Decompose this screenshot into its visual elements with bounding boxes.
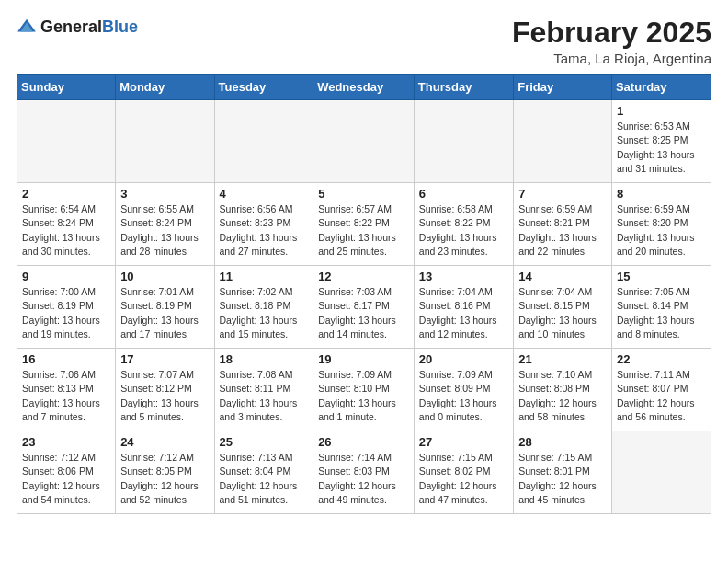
calendar-cell: 11Sunrise: 7:02 AM Sunset: 8:18 PM Dayli… xyxy=(214,266,313,349)
calendar-cell: 27Sunrise: 7:15 AM Sunset: 8:02 PM Dayli… xyxy=(414,431,513,514)
calendar-table: SundayMondayTuesdayWednesdayThursdayFrid… xyxy=(17,74,711,514)
day-info: Sunrise: 7:01 AM Sunset: 8:19 PM Dayligh… xyxy=(120,285,209,341)
day-info: Sunrise: 7:06 AM Sunset: 8:13 PM Dayligh… xyxy=(22,368,110,424)
day-info: Sunrise: 7:02 AM Sunset: 8:18 PM Dayligh… xyxy=(220,285,309,341)
calendar-cell: 19Sunrise: 7:09 AM Sunset: 8:10 PM Dayli… xyxy=(313,349,415,431)
day-number: 22 xyxy=(617,352,706,366)
day-info: Sunrise: 6:54 AM Sunset: 8:24 PM Dayligh… xyxy=(22,202,110,259)
day-header-friday: Friday xyxy=(514,75,612,100)
day-header-wednesday: Wednesday xyxy=(313,75,415,100)
day-info: Sunrise: 7:14 AM Sunset: 8:03 PM Dayligh… xyxy=(318,451,409,507)
day-header-thursday: Thursday xyxy=(414,75,513,100)
logo-text-general: General xyxy=(40,17,102,36)
day-number: 10 xyxy=(120,270,209,283)
day-header-sunday: Sunday xyxy=(17,75,116,100)
calendar-cell: 18Sunrise: 7:08 AM Sunset: 8:11 PM Dayli… xyxy=(214,349,313,431)
logo-icon xyxy=(17,17,37,37)
calendar-cell xyxy=(214,100,313,183)
day-info: Sunrise: 7:07 AM Sunset: 8:12 PM Dayligh… xyxy=(120,368,209,424)
calendar-cell: 5Sunrise: 6:57 AM Sunset: 8:22 PM Daylig… xyxy=(313,183,415,266)
day-header-monday: Monday xyxy=(116,75,214,100)
day-number: 2 xyxy=(22,187,110,201)
calendar-cell: 6Sunrise: 6:58 AM Sunset: 8:22 PM Daylig… xyxy=(414,183,513,266)
day-info: Sunrise: 6:55 AM Sunset: 8:24 PM Dayligh… xyxy=(120,202,209,259)
day-number: 11 xyxy=(220,270,309,283)
day-number: 28 xyxy=(518,435,607,449)
day-info: Sunrise: 7:00 AM Sunset: 8:19 PM Dayligh… xyxy=(22,285,110,341)
calendar-cell: 22Sunrise: 7:11 AM Sunset: 8:07 PM Dayli… xyxy=(611,349,711,431)
day-number: 21 xyxy=(518,352,607,366)
calendar-cell: 28Sunrise: 7:15 AM Sunset: 8:01 PM Dayli… xyxy=(514,431,612,514)
day-header-saturday: Saturday xyxy=(611,75,711,100)
day-number: 24 xyxy=(120,435,209,449)
logo: GeneralBlue xyxy=(17,17,138,37)
day-info: Sunrise: 6:59 AM Sunset: 8:20 PM Dayligh… xyxy=(617,202,706,259)
day-info: Sunrise: 7:12 AM Sunset: 8:05 PM Dayligh… xyxy=(120,451,209,507)
calendar-cell: 17Sunrise: 7:07 AM Sunset: 8:12 PM Dayli… xyxy=(116,349,214,431)
calendar-week-0: 1Sunrise: 6:53 AM Sunset: 8:25 PM Daylig… xyxy=(17,100,711,183)
day-number: 13 xyxy=(419,270,508,283)
calendar-header-row: SundayMondayTuesdayWednesdayThursdayFrid… xyxy=(17,75,711,100)
calendar-cell: 13Sunrise: 7:04 AM Sunset: 8:16 PM Dayli… xyxy=(414,266,513,349)
day-number: 7 xyxy=(518,187,607,201)
calendar-cell xyxy=(414,100,513,183)
day-number: 12 xyxy=(318,270,409,283)
day-info: Sunrise: 6:53 AM Sunset: 8:25 PM Dayligh… xyxy=(617,120,706,176)
day-number: 4 xyxy=(220,187,309,201)
day-info: Sunrise: 7:03 AM Sunset: 8:17 PM Dayligh… xyxy=(318,285,409,341)
day-info: Sunrise: 7:04 AM Sunset: 8:15 PM Dayligh… xyxy=(518,285,607,341)
day-info: Sunrise: 6:56 AM Sunset: 8:23 PM Dayligh… xyxy=(220,202,309,259)
day-number: 8 xyxy=(617,187,706,201)
calendar-cell: 2Sunrise: 6:54 AM Sunset: 8:24 PM Daylig… xyxy=(17,183,116,266)
page: GeneralBlue February 2025 Tama, La Rioja… xyxy=(0,0,728,563)
logo-text-blue: Blue xyxy=(102,17,138,36)
calendar-cell: 7Sunrise: 6:59 AM Sunset: 8:21 PM Daylig… xyxy=(514,183,612,266)
day-number: 25 xyxy=(220,435,309,449)
title-area: February 2025 Tama, La Rioja, Argentina xyxy=(512,17,711,66)
day-number: 17 xyxy=(120,352,209,366)
calendar-cell: 14Sunrise: 7:04 AM Sunset: 8:15 PM Dayli… xyxy=(514,266,612,349)
day-number: 3 xyxy=(120,187,209,201)
calendar-cell: 16Sunrise: 7:06 AM Sunset: 8:13 PM Dayli… xyxy=(17,349,116,431)
day-number: 26 xyxy=(318,435,409,449)
calendar-cell xyxy=(514,100,612,183)
day-number: 14 xyxy=(518,270,607,283)
day-number: 18 xyxy=(220,352,309,366)
day-info: Sunrise: 7:05 AM Sunset: 8:14 PM Dayligh… xyxy=(617,285,706,341)
day-info: Sunrise: 6:59 AM Sunset: 8:21 PM Dayligh… xyxy=(518,202,607,259)
day-number: 1 xyxy=(617,104,706,118)
calendar-cell: 3Sunrise: 6:55 AM Sunset: 8:24 PM Daylig… xyxy=(116,183,214,266)
calendar-cell: 1Sunrise: 6:53 AM Sunset: 8:25 PM Daylig… xyxy=(611,100,711,183)
calendar-week-4: 23Sunrise: 7:12 AM Sunset: 8:06 PM Dayli… xyxy=(17,431,711,514)
day-number: 15 xyxy=(617,270,706,283)
day-number: 19 xyxy=(318,352,409,366)
day-info: Sunrise: 7:09 AM Sunset: 8:09 PM Dayligh… xyxy=(419,368,508,424)
day-info: Sunrise: 7:12 AM Sunset: 8:06 PM Dayligh… xyxy=(22,451,110,507)
day-info: Sunrise: 6:58 AM Sunset: 8:22 PM Dayligh… xyxy=(419,202,508,259)
calendar-week-3: 16Sunrise: 7:06 AM Sunset: 8:13 PM Dayli… xyxy=(17,349,711,431)
calendar-week-1: 2Sunrise: 6:54 AM Sunset: 8:24 PM Daylig… xyxy=(17,183,711,266)
calendar-cell: 20Sunrise: 7:09 AM Sunset: 8:09 PM Dayli… xyxy=(414,349,513,431)
calendar-cell: 26Sunrise: 7:14 AM Sunset: 8:03 PM Dayli… xyxy=(313,431,415,514)
calendar-cell xyxy=(116,100,214,183)
calendar-cell: 10Sunrise: 7:01 AM Sunset: 8:19 PM Dayli… xyxy=(116,266,214,349)
calendar-cell: 23Sunrise: 7:12 AM Sunset: 8:06 PM Dayli… xyxy=(17,431,116,514)
day-number: 16 xyxy=(22,352,110,366)
calendar-cell: 9Sunrise: 7:00 AM Sunset: 8:19 PM Daylig… xyxy=(17,266,116,349)
header: GeneralBlue February 2025 Tama, La Rioja… xyxy=(17,17,711,66)
calendar-cell: 15Sunrise: 7:05 AM Sunset: 8:14 PM Dayli… xyxy=(611,266,711,349)
day-info: Sunrise: 7:10 AM Sunset: 8:08 PM Dayligh… xyxy=(518,368,607,424)
day-info: Sunrise: 7:04 AM Sunset: 8:16 PM Dayligh… xyxy=(419,285,508,341)
calendar-cell xyxy=(17,100,116,183)
day-number: 9 xyxy=(22,270,110,283)
calendar-cell: 21Sunrise: 7:10 AM Sunset: 8:08 PM Dayli… xyxy=(514,349,612,431)
location-title: Tama, La Rioja, Argentina xyxy=(512,51,711,66)
calendar-cell xyxy=(611,431,711,514)
calendar-cell: 12Sunrise: 7:03 AM Sunset: 8:17 PM Dayli… xyxy=(313,266,415,349)
calendar-cell: 8Sunrise: 6:59 AM Sunset: 8:20 PM Daylig… xyxy=(611,183,711,266)
day-info: Sunrise: 7:15 AM Sunset: 8:01 PM Dayligh… xyxy=(518,451,607,507)
month-title: February 2025 xyxy=(512,17,711,49)
day-number: 5 xyxy=(318,187,409,201)
day-number: 23 xyxy=(22,435,110,449)
calendar-week-2: 9Sunrise: 7:00 AM Sunset: 8:19 PM Daylig… xyxy=(17,266,711,349)
